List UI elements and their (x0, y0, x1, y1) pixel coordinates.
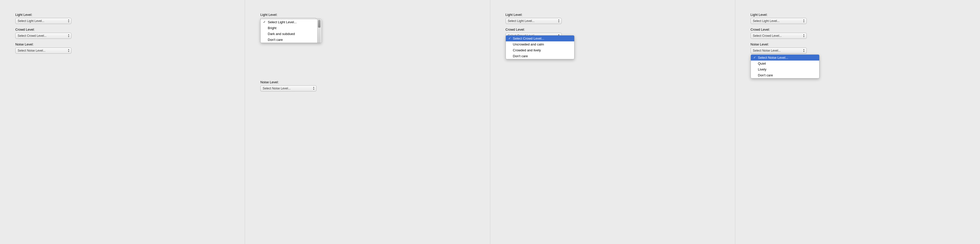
crowd-level-stepper-4[interactable]: ▲ ▼ (803, 34, 805, 38)
dropdown-item-quiet[interactable]: Quiet (751, 61, 819, 67)
crowd-level-label-1: Crowd Level: (15, 27, 229, 32)
noise-level-stepper-1[interactable]: ▲ ▼ (68, 49, 70, 53)
noise-level-select-2[interactable]: Select Noise Level... ▲ ▼ (260, 85, 317, 91)
dropdown-item-dontcare-crowd[interactable]: Don't care (506, 53, 574, 59)
noise-level-value-1: Select Noise Level... (18, 49, 45, 53)
noise-level-label-4: Noise Level: (751, 42, 965, 46)
light-level-label-1: Light Level: (15, 13, 229, 17)
panel-3-crowd-open: Light Level: Select Light Level... ▲ ▼ C… (490, 0, 735, 244)
crowd-level-label-4: Crowd Level: (751, 27, 965, 32)
light-level-value-1: Select Light Level... (18, 19, 45, 23)
panel-1-default: Light Level: Select Light Level... ▲ ▼ C… (0, 0, 245, 244)
scroll-indicator (317, 19, 321, 43)
crowd-level-dropdown-3: Select Crowd Level... Uncrowded and calm… (506, 35, 574, 59)
stepper-down-icon: ▼ (68, 21, 70, 23)
crowd-level-value-1: Select Crowd Level... (18, 34, 46, 38)
stepper-down-icon: ▼ (803, 36, 805, 38)
light-level-select-3[interactable]: Select Light Level... ▲ ▼ (506, 18, 562, 24)
noise-level-dropdown-4: Select Noise Level... Quiet Lively Don't… (751, 54, 819, 78)
noise-level-label-1: Noise Level: (15, 42, 229, 46)
dropdown-item-dontcare-noise[interactable]: Don't care (751, 72, 819, 78)
crowd-level-select-1[interactable]: Select Crowd Level... ▲ ▼ (15, 33, 72, 39)
stepper-down-icon: ▼ (68, 51, 70, 53)
light-level-label-3: Light Level: (506, 13, 720, 17)
light-level-label-4: Light Level: (751, 13, 965, 17)
dropdown-item-dark[interactable]: Dark and subdued (261, 31, 321, 37)
dropdown-item-crowded[interactable]: Crowded and lively (506, 47, 574, 53)
panel-2-light-open: Light Level: Select Light Level... ▲ ▼ S… (245, 0, 490, 244)
light-level-stepper-4[interactable]: ▲ ▼ (803, 19, 805, 23)
noise-level-value-2: Select Noise Level... (262, 87, 290, 90)
panels-container: Light Level: Select Light Level... ▲ ▼ C… (0, 0, 980, 244)
noise-level-stepper-4[interactable]: ▲ ▼ (803, 49, 805, 53)
light-level-dropdown-2: Select Light Level... Bright Dark and su… (260, 19, 321, 43)
dropdown-item-lively[interactable]: Lively (751, 67, 819, 72)
stepper-down-icon: ▼ (558, 21, 560, 23)
crowd-level-label-3: Crowd Level: (506, 27, 720, 32)
panel-4-noise-open: Light Level: Select Light Level... ▲ ▼ C… (735, 0, 980, 244)
light-level-label-2: Light Level: (260, 13, 474, 17)
crowd-level-value-4: Select Crowd Level... (753, 34, 782, 38)
stepper-down-icon: ▼ (803, 51, 805, 53)
dropdown-item-dontcare-light[interactable]: Don't care (261, 37, 321, 43)
crowd-level-select-4[interactable]: Select Crowd Level... ▲ ▼ (751, 33, 807, 39)
light-level-select-1[interactable]: Select Light Level... ▲ ▼ (15, 18, 72, 24)
stepper-down-icon: ▼ (68, 36, 70, 38)
noise-level-select-4[interactable]: Select Noise Level... ▲ ▼ (751, 48, 807, 54)
noise-level-stepper-2[interactable]: ▲ ▼ (313, 86, 315, 91)
dropdown-item-select-crowd[interactable]: Select Crowd Level... (506, 35, 574, 41)
light-level-stepper-1[interactable]: ▲ ▼ (68, 19, 70, 23)
dropdown-item-select-light[interactable]: Select Light Level... (261, 19, 321, 25)
dropdown-item-bright[interactable]: Bright (261, 25, 321, 31)
stepper-down-icon: ▼ (313, 88, 315, 91)
light-level-value-4: Select Light Level... (753, 19, 780, 23)
noise-level-label-2: Noise Level: (260, 80, 474, 84)
crowd-level-stepper-1[interactable]: ▲ ▼ (68, 34, 70, 38)
noise-level-select-1[interactable]: Select Noise Level... ▲ ▼ (15, 48, 72, 54)
noise-level-value-4: Select Noise Level... (753, 49, 781, 53)
light-level-stepper-3[interactable]: ▲ ▼ (558, 19, 560, 23)
light-level-value-3: Select Light Level... (508, 19, 535, 23)
stepper-down-icon: ▼ (803, 21, 805, 23)
scroll-thumb (318, 20, 321, 27)
light-level-select-4[interactable]: Select Light Level... ▲ ▼ (751, 18, 807, 24)
dropdown-item-uncrowded[interactable]: Uncrowded and calm (506, 41, 574, 47)
dropdown-item-select-noise[interactable]: Select Noise Level... (751, 55, 819, 61)
